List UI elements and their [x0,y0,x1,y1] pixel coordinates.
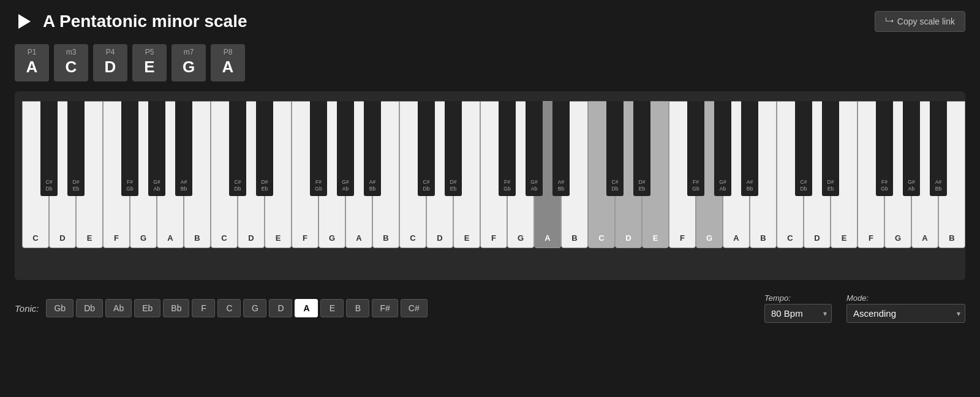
black-key[interactable]: C#Db [229,101,246,196]
black-key[interactable]: A#Bb [930,101,947,196]
play-button[interactable] [15,12,34,31]
note-card[interactable]: P8A [211,44,245,81]
octave-1: C D E F G A B C#Db D#Eb F#Gb G#Ab A#Bb [211,101,399,260]
tempo-select[interactable]: 60 Bpm70 Bpm80 Bpm90 Bpm100 Bpm120 Bpm [764,304,832,323]
white-key-label: F [869,233,873,243]
black-key[interactable]: D#Eb [633,101,650,196]
black-key[interactable]: C#Db [40,101,58,196]
white-key-label: F [303,233,307,243]
black-key-label: G#Ab [908,179,914,192]
black-key[interactable]: G#Ab [337,101,354,196]
black-key[interactable]: F#Gb [121,101,138,196]
black-key-label: D#Eb [73,179,80,192]
black-key-label: A#Bb [181,179,187,192]
white-key-label: B [194,233,200,243]
black-key[interactable]: F#Gb [310,101,327,196]
white-key-label: B [383,233,388,243]
tempo-group: Tempo: 60 Bpm70 Bpm80 Bpm90 Bpm100 Bpm12… [764,293,832,323]
white-key-label: A [356,233,361,243]
white-key-label: C [221,233,227,243]
white-key-label: C [787,233,793,243]
note-card[interactable]: P5E [132,44,167,81]
tonic-button[interactable]: Gb [46,299,74,317]
tonic-button[interactable]: B [346,299,369,317]
black-key-label: A#Bb [747,179,753,192]
white-key-label: A [545,233,550,243]
black-key-label: C#Db [235,179,241,192]
black-key[interactable]: F#Gb [687,101,704,196]
play-icon [18,14,31,29]
mode-select-wrapper: AscendingDescendingAscending/Descending [846,304,965,323]
black-key[interactable]: G#Ab [148,101,165,196]
black-key[interactable]: C#Db [795,101,812,196]
copy-scale-link-button[interactable]: ⮡ Copy scale link [875,11,965,32]
white-key-label: B [949,233,954,243]
black-key-label: F#Gb [881,179,888,192]
black-key[interactable]: A#Bb [364,101,381,196]
tonic-button[interactable]: E [320,299,344,317]
tempo-label: Tempo: [764,293,791,303]
tonic-button[interactable]: C# [401,299,428,317]
black-key[interactable]: A#Bb [552,101,570,196]
white-key-label: G [895,233,901,243]
white-key-label: D [437,233,442,243]
black-key[interactable]: C#Db [606,101,624,196]
black-key-label: C#Db [801,179,807,192]
note-card[interactable]: P4D [93,44,127,81]
black-key[interactable]: A#Bb [741,101,758,196]
note-card[interactable]: m3C [54,44,88,81]
black-key[interactable]: G#Ab [714,101,731,196]
black-key[interactable]: F#Gb [876,101,893,196]
piano: C D E F G A B C#Db D#Eb F#Gb G#Ab A#Bb C… [22,101,958,273]
bottom-bar: Tonic: GbDbAbEbBbFCGDAEBF#C# Tempo: 60 B… [0,285,980,329]
tonic-button[interactable]: Ab [105,299,132,317]
note-card[interactable]: m7G [172,44,206,81]
white-key-label: C [598,233,604,243]
black-key[interactable]: D#Eb [822,101,839,196]
mode-select[interactable]: AscendingDescendingAscending/Descending [846,304,965,323]
black-key-label: A#Bb [369,179,375,192]
tempo-select-wrapper: 60 Bpm70 Bpm80 Bpm90 Bpm100 Bpm120 Bpm [764,304,832,323]
black-key-label: A#Bb [935,179,941,192]
black-key-label: G#Ab [342,179,349,192]
mode-label: Mode: [846,293,869,303]
tonic-button[interactable]: Eb [134,299,160,317]
black-key[interactable]: D#Eb [445,101,462,196]
tonic-label: Tonic: [15,303,39,314]
tonic-button[interactable]: C [217,299,241,317]
tempo-mode-section: Tempo: 60 Bpm70 Bpm80 Bpm90 Bpm100 Bpm12… [764,293,965,323]
tonic-button[interactable]: D [269,299,292,317]
tonic-button[interactable]: F [192,299,215,317]
black-key-label: F#Gb [315,179,322,192]
black-key-label: G#Ab [719,179,726,192]
white-key-label: B [571,233,577,243]
notes-row: P1Am3CP4DP5Em7GP8A [0,39,980,91]
tonic-button[interactable]: F# [372,299,398,317]
black-key[interactable]: C#Db [418,101,435,196]
black-key-label: G#Ab [153,179,160,192]
white-key-label: D [248,233,254,243]
white-key-label: F [114,233,119,243]
tonic-button[interactable]: Db [76,299,103,317]
black-key-label: D#Eb [262,179,268,192]
tonic-button[interactable]: G [243,299,266,317]
black-key-label: D#Eb [450,179,457,192]
black-key-label: D#Eb [639,179,646,192]
black-key[interactable]: G#Ab [903,101,920,196]
black-key[interactable]: D#Eb [67,101,85,196]
black-key[interactable]: G#Ab [526,101,543,196]
white-key-label: D [625,233,631,243]
octave-4: C D E F G A B C#Db D#Eb F#Gb G#Ab A#Bb [777,101,965,260]
black-key-label: F#Gb [126,179,133,192]
tonic-button[interactable]: A [295,299,318,317]
black-key[interactable]: D#Eb [256,101,273,196]
black-key[interactable]: F#Gb [499,101,516,196]
black-key-label: G#Ab [530,179,537,192]
white-key-label: G [518,233,524,243]
white-key-label: E [464,233,470,243]
tonic-button[interactable]: Bb [163,299,189,317]
tonic-buttons: GbDbAbEbBbFCGDAEBF#C# [46,299,427,317]
black-key-label: C#Db [612,179,619,192]
note-card[interactable]: P1A [15,44,49,81]
black-key[interactable]: A#Bb [175,101,192,196]
